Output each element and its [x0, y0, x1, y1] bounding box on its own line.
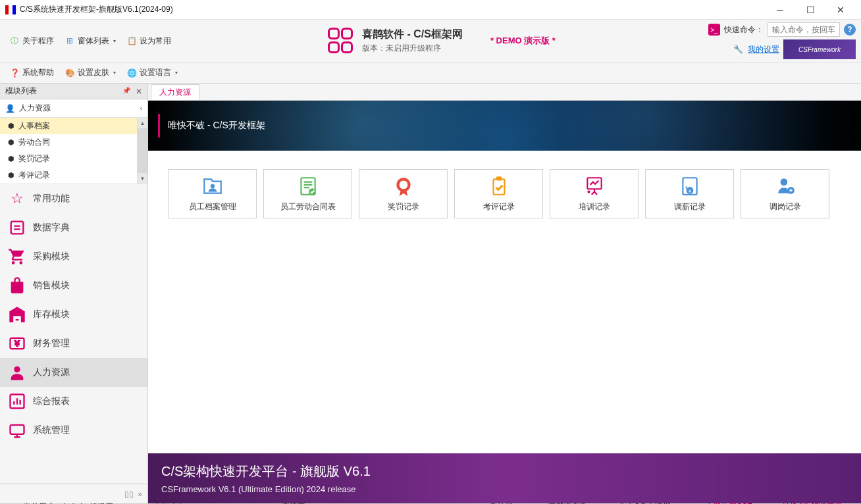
tabs: 人力资源 — [148, 84, 861, 101]
svg-point-18 — [780, 178, 787, 186]
person-icon: 👤 — [5, 104, 15, 113]
content-area: 人力资源 唯快不破 - C/S开发框架 员工档案管理 员工劳动合同表 奖罚记录 … — [148, 84, 861, 503]
more-icon[interactable]: » — [138, 490, 142, 499]
money-icon: ¥ — [8, 334, 26, 353]
data-icon — [8, 218, 26, 237]
tile-labor-contract[interactable]: 员工劳动合同表 — [263, 169, 352, 218]
tile-salary-adjust[interactable]: ¥ 调薪记录 — [645, 169, 734, 218]
csframework-banner[interactable]: CSFramework — [783, 39, 856, 59]
globe-icon: 🌐 — [126, 68, 137, 78]
about-button[interactable]: ⓘ 关于程序 — [5, 34, 58, 49]
footer-subtitle: CSFramework V6.1 (Ultimate Edition) 2024… — [161, 484, 848, 494]
svg-rect-0 — [11, 222, 24, 234]
sidebar-items: ⬢ 人事档案 ⬢ 劳动合同 ⬢ 奖罚记录 ⬢ 考评记录 ▲ ▼ — [0, 118, 147, 184]
window-list-button[interactable]: ⊞ 窗体列表 ▾ — [61, 34, 120, 49]
cube-icon: ⬢ — [8, 122, 14, 130]
module-finance[interactable]: ¥财务管理 — [0, 329, 147, 358]
chevron-down-icon: ▾ — [113, 38, 116, 44]
chevron-left-icon: ‹ — [140, 105, 142, 112]
person-transfer-icon — [774, 175, 796, 197]
footer-title: C/S架构快速开发平台 - 旗舰版 V6.1 — [161, 463, 848, 480]
set-skin-button[interactable]: 🎨 设置皮肤 ▾ — [61, 65, 120, 80]
svg-point-3 — [14, 366, 20, 372]
module-dictionary[interactable]: 数据字典 — [0, 213, 147, 242]
banner-text: 唯快不破 - C/S开发框架 — [168, 120, 265, 132]
banner-accent — [158, 114, 160, 138]
my-settings-link[interactable]: 我的设置 — [748, 44, 779, 55]
sidebar-scrollbar[interactable]: ▲ ▼ — [137, 118, 147, 184]
brand-logo-icon — [328, 28, 354, 54]
windows-icon: ⊞ — [65, 36, 75, 46]
help-icon[interactable]: ? — [844, 24, 856, 36]
chevron-down-icon: ▾ — [175, 70, 178, 76]
sidebar-footer: ▯▯ » — [0, 484, 147, 503]
set-default-button[interactable]: 📋 设为常用 — [122, 34, 175, 49]
sidebar-header: 模块列表 📌 ✕ — [0, 84, 147, 99]
app-icon — [5, 5, 16, 14]
scroll-down-icon[interactable]: ▼ — [138, 173, 147, 184]
tools-icon — [8, 421, 26, 440]
presentation-icon — [583, 175, 606, 197]
sidebar-section-header[interactable]: 👤 人力资源 ‹ — [0, 99, 147, 118]
tile-reward-record[interactable]: 奖罚记录 — [359, 169, 448, 218]
module-inventory[interactable]: 库存模块 — [0, 300, 147, 329]
sidebar-close-icon[interactable]: ✕ — [136, 87, 142, 96]
set-language-button[interactable]: 🌐 设置语言 ▾ — [122, 65, 182, 80]
help-book-icon: ❓ — [9, 68, 20, 78]
chart-icon — [8, 392, 26, 411]
sidebar-modules: ☆常用功能 数据字典 采购模块 销售模块 库存模块 ¥财务管理 人力资源 综合报… — [0, 184, 147, 484]
scroll-up-icon[interactable]: ▲ — [138, 118, 147, 128]
purple-footer: C/S架构快速开发平台 - 旗舰版 V6.1 CSFramework V6.1 … — [148, 453, 861, 503]
quick-command-input[interactable] — [768, 22, 840, 37]
svg-point-14 — [587, 190, 590, 193]
sidebar-title: 模块列表 — [5, 86, 37, 97]
close-button[interactable]: ✕ — [825, 1, 856, 19]
wrench-icon: 🔧 — [733, 44, 744, 55]
demo-badge: * DEMO 演示版 * — [490, 35, 556, 47]
brand-title: 喜鹊软件 - C/S框架网 — [362, 28, 463, 41]
svg-rect-5 — [11, 425, 24, 434]
sidebar: 模块列表 📌 ✕ 👤 人力资源 ‹ ⬢ 人事档案 ⬢ 劳动合同 ⬢ 奖罚记录 — [0, 84, 148, 503]
sidebar-item-reward[interactable]: ⬢ 奖罚记录 — [0, 151, 137, 167]
people-icon — [8, 363, 26, 382]
bag-icon — [8, 276, 26, 295]
clipboard-icon: 📋 — [126, 36, 137, 46]
content-banner: 唯快不破 - C/S开发框架 — [148, 101, 861, 151]
module-purchase[interactable]: 采购模块 — [0, 242, 147, 271]
sidebar-item-evaluation[interactable]: ⬢ 考评记录 — [0, 167, 137, 184]
document-check-icon — [297, 175, 319, 197]
module-common[interactable]: ☆常用功能 — [0, 184, 147, 213]
terminal-icon: >_ — [708, 24, 720, 36]
tile-evaluation-record[interactable]: 考评记录 — [454, 169, 543, 218]
chevron-down-icon: ▾ — [113, 70, 116, 76]
folder-person-icon — [201, 175, 224, 197]
stack-icon[interactable]: ▯▯ — [124, 490, 134, 499]
module-reports[interactable]: 综合报表 — [0, 387, 147, 416]
salary-icon: ¥ — [679, 175, 701, 197]
system-help-button[interactable]: ❓ 系统帮助 — [5, 65, 58, 80]
window-title: C/S系统快速开发框架-旗舰版V6.1(2024-09) — [20, 4, 765, 15]
tiles-grid: 员工档案管理 员工劳动合同表 奖罚记录 考评记录 培训记录 ¥ 调薪记录 — [148, 151, 861, 237]
titlebar: C/S系统快速开发框架-旗舰版V6.1(2024-09) ─ ☐ ✕ — [0, 0, 861, 20]
svg-text:¥: ¥ — [14, 339, 20, 347]
module-system[interactable]: 系统管理 — [0, 416, 147, 445]
sidebar-item-contract[interactable]: ⬢ 劳动合同 — [0, 134, 137, 151]
tile-employee-archive[interactable]: 员工档案管理 — [168, 169, 257, 218]
clipboard-check-icon — [488, 175, 510, 197]
minimize-button[interactable]: ─ — [765, 1, 795, 19]
brand-version: 版本：未启用升级程序 — [362, 43, 463, 54]
palette-icon: 🎨 — [65, 68, 75, 78]
module-hr[interactable]: 人力资源 — [0, 358, 147, 387]
tile-position-adjust[interactable]: 调岗记录 — [741, 169, 829, 218]
sidebar-item-personnel[interactable]: ⬢ 人事档案 — [0, 118, 137, 134]
module-sales[interactable]: 销售模块 — [0, 271, 147, 300]
cube-icon: ⬢ — [8, 171, 14, 180]
tile-training-record[interactable]: 培训记录 — [550, 169, 639, 218]
svg-rect-11 — [493, 179, 504, 194]
warehouse-icon — [8, 305, 26, 324]
cart-icon — [8, 247, 26, 266]
tab-hr[interactable]: 人力资源 — [151, 84, 199, 100]
svg-rect-12 — [496, 176, 502, 180]
maximize-button[interactable]: ☐ — [795, 1, 825, 19]
pin-icon[interactable]: 📌 — [122, 87, 130, 96]
